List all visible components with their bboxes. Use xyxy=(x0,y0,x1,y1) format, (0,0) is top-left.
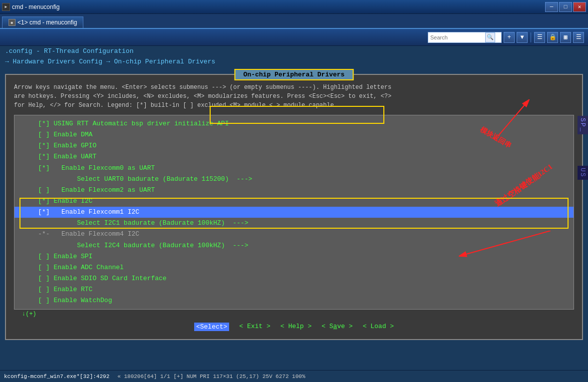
svg-line-0 xyxy=(461,231,551,256)
option-uart[interactable]: [*] Enable UART xyxy=(14,151,574,162)
scroll-indicator: ↓(+) xyxy=(14,310,574,319)
right-panel-label2: US xyxy=(578,166,588,180)
option-flexcomm2-uart[interactable]: [ ] Enable Flexcomm2 as UART xyxy=(14,185,574,196)
right-panel-label: SP_ xyxy=(578,116,588,134)
status-bar: kconfig-mconf_win7.exe*[32]:4292 « 18020… xyxy=(0,370,588,382)
toolbar: 🔍 + ▼ ☰ 🔒 ▦ ☰ xyxy=(0,29,588,46)
select-button[interactable]: <Select> xyxy=(194,323,229,331)
search-input[interactable] xyxy=(430,34,485,40)
option-rtc[interactable]: [ ] Enable RTC xyxy=(14,284,574,295)
title-bar-icon: ▶ xyxy=(2,3,10,11)
breadcrumb-line2: → Hardware Drivers Config → On-chip Peri… xyxy=(0,56,588,67)
maximize-button[interactable]: □ xyxy=(559,2,572,12)
separator xyxy=(531,32,531,42)
search-icon-button[interactable]: 🔍 xyxy=(485,32,495,42)
close-button[interactable]: ✕ xyxy=(573,2,586,12)
list-button[interactable]: ☰ xyxy=(534,32,545,43)
breadcrumb-line1: .config - RT-Thread Configuration xyxy=(5,47,133,55)
menu-button[interactable]: ☰ xyxy=(573,32,584,43)
status-position: « 180206[64] 1/1 [+] NUM PRI 117×31 (25,… xyxy=(117,374,305,380)
status-file: kconfig-mconf_win7.exe*[32]:4292 xyxy=(4,374,109,380)
annotation-arrow-i2c1 xyxy=(451,231,561,261)
tab-label: <1> cmd - menuconfig xyxy=(17,19,77,26)
main-content: .config - RT-Thread Configuration → Hard… xyxy=(0,46,588,354)
load-button[interactable]: < Load > xyxy=(363,323,394,331)
action-bar: <Select> < Exit > < Help > < Save > < Lo… xyxy=(19,319,569,335)
help-line-1: Arrow keys navigate the menu. <Enter> se… xyxy=(14,83,574,92)
menu-title: On-chip Peripheral Drivers xyxy=(235,69,354,80)
title-bar-text: cmd - menuconfig xyxy=(12,3,545,10)
option-flexcomm1-i2c[interactable]: [*] Enable Flexcomm1 I2C xyxy=(14,207,574,218)
svg-line-1 xyxy=(498,101,528,136)
dropdown-button[interactable]: ▼ xyxy=(517,32,528,43)
option-flexcomm0-uart[interactable]: [*] Enable Flexcomm0 as UART xyxy=(14,163,574,174)
help-button[interactable]: < Help > xyxy=(281,323,311,331)
exit-button[interactable]: < Exit > xyxy=(239,323,270,331)
option-adc[interactable]: [ ] Enable ADC Channel xyxy=(14,262,574,273)
minimize-button[interactable]: ─ xyxy=(545,2,558,12)
option-i2c1-baud[interactable]: Select I2C1 badurate (Badurate 100kHZ) -… xyxy=(14,218,574,229)
save-button[interactable]: < Save > xyxy=(321,323,352,331)
tab-1[interactable]: ■ <1> cmd - menuconfig xyxy=(2,16,83,28)
option-uart0-baud[interactable]: Select UART0 badurate (Badurate 115200) … xyxy=(14,174,574,185)
settings-button[interactable]: 🔒 xyxy=(547,32,558,43)
tab-icon: ■ xyxy=(8,19,15,26)
breadcrumb: .config - RT-Thread Configuration xyxy=(0,46,588,56)
title-bar: ▶ cmd - menuconfig ─ □ ✕ xyxy=(0,0,588,14)
annotation-arrow-module xyxy=(448,96,538,146)
option-sdio[interactable]: [ ] Enable SDIO SD Card Interface xyxy=(14,273,574,284)
add-button[interactable]: + xyxy=(504,32,515,43)
breadcrumb-nav: → Hardware Drivers Config → On-chip Peri… xyxy=(5,58,215,65)
title-bar-controls: ─ □ ✕ xyxy=(545,2,586,12)
tab-bar: ■ <1> cmd - menuconfig xyxy=(0,14,588,29)
option-watchdog[interactable]: [ ] Enable WatchDog xyxy=(14,295,574,306)
search-box[interactable]: 🔍 xyxy=(428,32,502,43)
option-i2c[interactable]: [*] Enable I2C xyxy=(14,196,574,207)
layout-button[interactable]: ▦ xyxy=(560,32,571,43)
